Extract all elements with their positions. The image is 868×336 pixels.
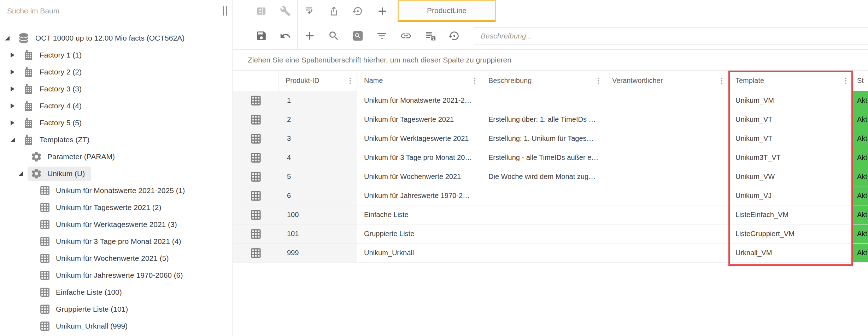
restore-layout-button[interactable] — [442, 25, 466, 47]
table-row[interactable]: 2Unikum für Tageswerte 2021Erstellung üb… — [233, 110, 868, 129]
description-input[interactable] — [474, 27, 868, 44]
save-layout-button[interactable] — [418, 25, 442, 47]
beschreibung-cell — [481, 244, 605, 262]
column-header-row-icon — [233, 71, 278, 91]
tree-item-content: Unikum für Monatswerte 2021-2025 (1) — [36, 184, 191, 198]
column-header-name[interactable]: Name — [357, 71, 481, 91]
produkt-id-cell: 999 — [278, 244, 357, 262]
apply-to-list-icon — [304, 6, 315, 17]
column-menu-icon[interactable] — [345, 76, 354, 86]
column-header-verantwortlicher[interactable]: Verantwortlicher — [605, 71, 728, 91]
filter-button[interactable] — [370, 25, 394, 47]
search-icon — [328, 30, 340, 42]
tree-item[interactable]: Unikum (U) — [0, 165, 233, 182]
column-header-beschreibung[interactable]: Beschreibung — [481, 71, 605, 91]
tree-item[interactable]: Unikum für 3 Tage pro Monat 2021 (4) — [0, 233, 233, 250]
tree-item[interactable]: Unikum für Werktageswerte 2021 (3) — [0, 216, 233, 233]
tree-item-content: Factory 1 (1) — [20, 48, 88, 62]
tree-item[interactable]: Unikum_Urknall (999) — [0, 318, 233, 335]
column-header-status[interactable]: St — [852, 71, 868, 91]
save-button[interactable] — [249, 25, 273, 47]
tree-item[interactable]: Gruppierte Liste (101) — [0, 301, 233, 318]
tree-item[interactable]: Factory 5 (5) — [0, 114, 233, 131]
advanced-search-button[interactable] — [346, 25, 370, 47]
add-tab-icon — [377, 6, 388, 17]
collapsed-arrow-icon[interactable] — [11, 120, 20, 125]
link-button[interactable] — [394, 25, 418, 47]
beschreibung-cell — [481, 224, 605, 243]
collapsed-arrow-icon[interactable] — [11, 53, 20, 58]
tree-item[interactable]: OCT 10000 up to 12.00 Mio facts (OCT562A… — [0, 30, 233, 47]
data-grid: Produkt-IDNameBeschreibungVerantwortlich… — [233, 71, 868, 336]
tree-item[interactable]: Factory 3 (3) — [0, 80, 233, 97]
group-panel[interactable]: Ziehen Sie eine Spaltenüberschrift hierh… — [233, 50, 868, 71]
column-menu-icon[interactable] — [717, 76, 725, 86]
tree-item-label: Parameter (PARAM) — [47, 152, 115, 161]
verantwortlicher-cell — [605, 129, 728, 148]
expanded-arrow-icon[interactable] — [5, 36, 14, 41]
tree-item[interactable]: Unikum für Wochenwerte 2021 (5) — [0, 250, 233, 267]
export-button[interactable] — [322, 0, 346, 22]
table-row[interactable]: 101Gruppierte ListeListeGruppiert_VMAkt — [233, 224, 868, 244]
tree-item[interactable]: Factory 2 (2) — [0, 64, 233, 80]
tree-item[interactable]: Einfache Liste (100) — [0, 284, 233, 301]
tree-item[interactable]: Unikum für Jahreswerte 1970-2060 (6) — [0, 267, 233, 284]
column-menu-icon[interactable] — [841, 76, 849, 86]
collapsed-arrow-icon[interactable] — [11, 86, 20, 91]
add-tab-button[interactable] — [370, 0, 394, 22]
tree-item[interactable]: Factory 1 (1) — [0, 47, 233, 64]
grid-icon — [39, 269, 51, 281]
table-row[interactable]: 999Unikum_UrknallUrknall_VMAkt — [233, 244, 868, 263]
tab-productline[interactable]: ProductLine — [398, 0, 496, 22]
collapsed-arrow-icon[interactable] — [11, 70, 20, 74]
tree: OCT 10000 up to 12.00 Mio facts (OCT562A… — [0, 22, 233, 336]
column-header-template[interactable]: Template — [728, 71, 852, 91]
column-menu-icon[interactable] — [593, 76, 602, 86]
tree-item-content: Parameter (PARAM) — [28, 150, 121, 164]
table-row[interactable]: 4Unikum für 3 Tage pro Monat 20…Erstellu… — [233, 148, 868, 167]
settings-wrench-button[interactable] — [273, 0, 297, 22]
search-button[interactable] — [322, 25, 346, 47]
column-header-id[interactable]: Produkt-ID — [278, 71, 357, 91]
tree-item[interactable]: Factory 4 (4) — [0, 97, 233, 114]
name-cell: Unikum für 3 Tage pro Monat 20… — [357, 148, 481, 167]
table-row[interactable]: 3Unikum für Werktageswerte 2021Erstellun… — [233, 129, 868, 148]
status-cell: Akt — [852, 244, 868, 262]
tree-item[interactable]: Parameter (PARAM) — [0, 148, 233, 165]
row-grid-icon — [233, 205, 278, 224]
factory-icon — [23, 100, 35, 112]
restore-tab-button[interactable] — [346, 0, 370, 22]
expanded-arrow-icon[interactable] — [18, 172, 28, 176]
tree-item-label: Factory 5 (5) — [40, 119, 82, 127]
tree-item-label: Unikum_Urknall (999) — [56, 322, 128, 330]
factory-icon — [23, 117, 35, 129]
undo-button[interactable] — [273, 25, 297, 47]
splitter-handle-icon[interactable] — [221, 5, 229, 17]
table-row[interactable]: 6Unikum für Jahreswerte 1970-2…Unikum_VJ… — [233, 186, 868, 205]
table-row[interactable]: 5Unikum für Wochenwerte 2021Die Woche wi… — [233, 167, 868, 186]
table-row[interactable]: 100Einfache ListeListeEinfach_VMAkt — [233, 205, 868, 224]
tree-search-input[interactable] — [7, 7, 221, 15]
undo-icon — [280, 30, 291, 42]
verantwortlicher-cell — [605, 167, 728, 186]
tree-item[interactable]: Unikum für Monatswerte 2021-2025 (1) — [0, 182, 233, 199]
collapsed-arrow-icon[interactable] — [11, 103, 20, 108]
layout-panel-button[interactable] — [249, 0, 273, 22]
tree-item[interactable]: Unikum für Tageswerte 2021 (2) — [0, 199, 233, 216]
tree-item-label: Unikum für Tageswerte 2021 (2) — [56, 203, 161, 212]
filter-icon — [376, 30, 388, 42]
tree-item-label: Unikum für Jahreswerte 1970-2060 (6) — [56, 271, 183, 280]
table-row[interactable]: 1Unikum für Monatswerte 2021-2…Unikum_VM… — [233, 91, 868, 110]
row-grid-icon — [233, 167, 278, 186]
tree-item[interactable]: Templates (ZT) — [0, 131, 233, 148]
tree-item-selected-highlight: Unikum (U) — [28, 167, 91, 181]
add-row-button[interactable] — [298, 25, 322, 47]
template-cell: Unikum_VW — [728, 167, 852, 186]
status-cell: Akt — [852, 167, 868, 186]
tree-search-bar — [0, 0, 233, 22]
column-menu-icon[interactable] — [470, 76, 478, 86]
apply-to-list-button[interactable] — [298, 0, 322, 22]
grid-icon — [39, 320, 51, 332]
name-cell: Unikum_Urknall — [357, 244, 481, 262]
expanded-arrow-icon[interactable] — [11, 138, 20, 142]
